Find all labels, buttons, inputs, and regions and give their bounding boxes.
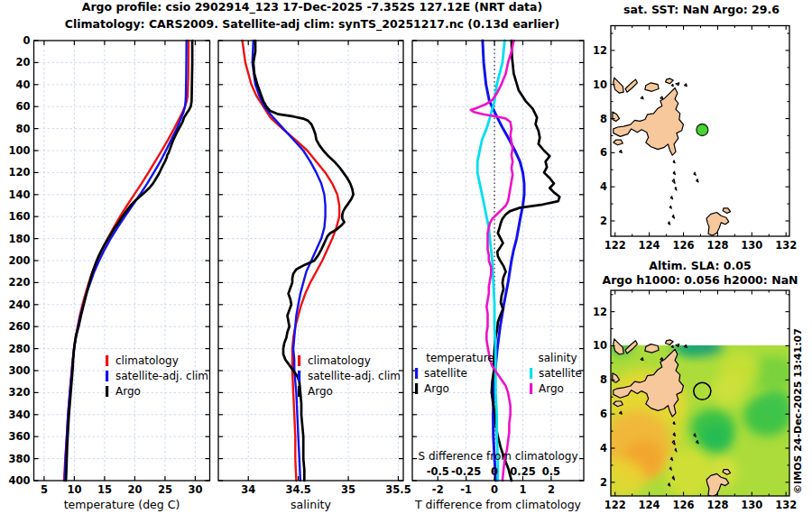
lat-tick-label: 8 [600, 113, 607, 125]
lon-tick-label: 126 [673, 239, 695, 252]
legend-marker-satellite [298, 371, 300, 381]
y-tick-label: 220 [8, 276, 30, 289]
y-tick-label: 0 [23, 34, 30, 47]
legend-marker-satellite [106, 371, 108, 381]
x-axis-label: temperature (deg C) [64, 498, 180, 511]
legend-label: climatology [308, 354, 371, 367]
s-axis-label: S difference from climatology [419, 450, 578, 463]
float-position-marker [697, 124, 708, 136]
legend-header: temperature [426, 352, 494, 364]
lon-tick-label: 122 [604, 499, 626, 511]
legend-marker-argo [106, 386, 108, 397]
sla-field [595, 337, 795, 500]
legend-marker-sal_satellite [530, 368, 532, 379]
y-tick-label: 320 [8, 386, 30, 399]
legend-label: Argo [539, 382, 564, 395]
island [685, 84, 687, 87]
x-tick-label: 10 [67, 483, 81, 496]
argo-profile-figure: Argo profile: csio 2902914_123 17-Dec-20… [0, 0, 812, 523]
island [666, 78, 674, 84]
x-axis-label: salinity [291, 498, 331, 511]
figure-canvas: 5101520253002040608010012014016018020022… [0, 0, 812, 523]
island [673, 161, 675, 163]
island [671, 84, 673, 86]
lon-tick-label: 124 [639, 499, 660, 511]
y-tick-label: 200 [8, 254, 30, 267]
legend-label: Argo [308, 385, 333, 398]
island [670, 457, 672, 460]
island [669, 222, 670, 225]
x-tick-label: 34 [241, 483, 255, 496]
island [675, 188, 677, 191]
y-tick-label: 400 [8, 474, 30, 487]
y-tick-label: 380 [8, 453, 30, 465]
island [641, 96, 643, 99]
island [676, 83, 679, 86]
lon-tick-label: 124 [639, 239, 660, 252]
lat-tick-label: 10 [593, 78, 607, 91]
x-tick-label: 0 [491, 483, 498, 496]
lon-tick-label: 132 [775, 239, 797, 252]
lat-tick-label: 2 [600, 476, 607, 489]
x-tick-label: 35 [341, 483, 355, 496]
x-tick-label: 25 [158, 483, 172, 496]
island [666, 340, 674, 345]
island [620, 151, 623, 153]
y-tick-label: 40 [15, 78, 30, 91]
watermark: ©IMOS 24-Dec-2025 13:41:07 [792, 328, 804, 494]
y-tick-label: 260 [8, 320, 30, 333]
lon-tick-label: 128 [706, 239, 728, 252]
island [669, 483, 670, 486]
island [670, 197, 672, 199]
temperature-profile: 5101520253002040608010012014016018020022… [8, 34, 209, 511]
x-tick-label: 15 [97, 483, 112, 496]
y-tick-label: 120 [8, 166, 30, 179]
y-tick-label: 80 [15, 123, 30, 135]
island [723, 208, 731, 214]
lat-tick-label: 6 [600, 408, 607, 420]
salinity-profile: 3434.53535.5salinityclimatologysatellite… [218, 41, 411, 511]
island [614, 78, 623, 93]
y-tick-label: 100 [8, 144, 30, 157]
lat-tick-label: 12 [593, 44, 607, 57]
difference-panel: -2-1012T difference from climatologyS di… [412, 41, 584, 511]
legend-label: satellite [424, 367, 467, 380]
lon-tick-label: 128 [706, 499, 728, 511]
legend-label: satellite-adj. clim [115, 370, 208, 382]
s-axis-tick-label: -0.5 [427, 465, 449, 478]
island [625, 79, 637, 92]
island [614, 140, 623, 145]
sla-blob [667, 448, 711, 500]
island [672, 179, 675, 184]
legend-label: Argo [115, 385, 141, 398]
x-tick-label: -1 [460, 483, 472, 496]
island [672, 215, 674, 218]
s-axis-tick-label: -0.25 [451, 465, 481, 478]
lat-tick-label: 2 [600, 215, 607, 227]
legend-label: satellite [539, 367, 582, 380]
x-axis-label: T difference from climatology [414, 498, 582, 511]
y-tick-label: 280 [8, 343, 30, 355]
s-axis-tick-label: 0.5 [542, 465, 560, 478]
land-polygons [613, 78, 731, 235]
island [671, 345, 673, 347]
island [669, 206, 671, 208]
island [697, 179, 698, 182]
island [645, 83, 659, 92]
y-tick-label: 360 [8, 430, 30, 443]
island [660, 96, 663, 99]
y-tick-label: 240 [8, 298, 30, 311]
lat-tick-label: 4 [600, 442, 607, 454]
legend-label: satellite-adj. clim [308, 370, 401, 382]
y-tick-label: 60 [15, 100, 30, 113]
legend-label: climatology [115, 354, 179, 367]
lon-tick-label: 122 [604, 239, 626, 252]
island [694, 172, 696, 175]
x-tick-label: 1 [519, 483, 526, 496]
island [694, 434, 696, 436]
sla-map: 12212412612813013224681012 [593, 290, 797, 511]
sla-blob [711, 375, 745, 406]
legend-marker-argo [415, 383, 418, 394]
x-tick-label: 34.5 [285, 483, 310, 496]
lat-tick-label: 12 [593, 306, 607, 318]
